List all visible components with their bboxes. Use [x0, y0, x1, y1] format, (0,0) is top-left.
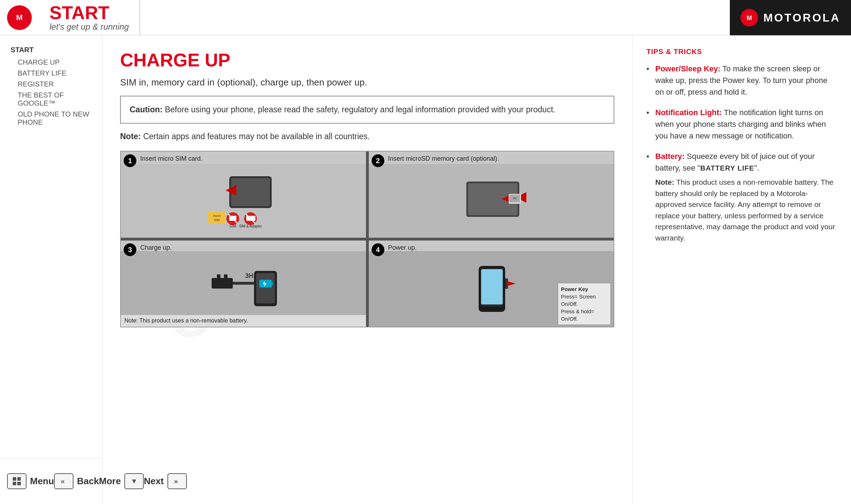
note-label: Note:: [120, 132, 141, 141]
caution-box: Caution: Before using your phone, please…: [120, 96, 614, 124]
page-title: CHARGE UP: [120, 49, 614, 71]
motorola-brand-name: MOTOROLA: [763, 11, 840, 24]
more-label: More: [99, 476, 121, 487]
diagram-grid: 1 Insert micro SIM card. micro: [120, 151, 614, 327]
diagram-step-3: 3 Charge up.: [121, 241, 366, 327]
svg-rect-25: [212, 278, 233, 289]
menu-label: Menu: [30, 476, 54, 487]
diagram-step-2: 2 Insert microSD memory card (optional).: [369, 152, 614, 238]
step-3-caption: Note: This product uses a non-removable …: [121, 315, 366, 327]
battery-life-ref: BATTERY LIFE: [700, 164, 754, 172]
svg-rect-12: [229, 216, 236, 221]
step-number-3: 3: [124, 243, 136, 256]
step-label-2: Insert microSD memory card (optional).: [388, 155, 499, 162]
menu-icon: [7, 473, 26, 489]
note-text: Note: Certain apps and features may not …: [120, 131, 614, 142]
svg-rect-7: [208, 212, 226, 224]
page-intro: SIM in, memory card in (optional), charg…: [120, 76, 614, 89]
next-label: Next: [144, 476, 164, 487]
svg-text:SIM: SIM: [214, 218, 220, 222]
header-subtitle: let's get up & running: [49, 22, 129, 32]
power-key-info: Power Key Press= Screen On/Off.Press & h…: [558, 283, 611, 325]
tip-battery-note: Note: This product uses a non-removable …: [655, 177, 837, 243]
svg-text:micro: micro: [213, 214, 221, 218]
step-number-2: 2: [372, 154, 384, 167]
svg-text:3H: 3H: [245, 272, 253, 279]
tip-key-power: Power/Sleep Key:: [655, 64, 721, 73]
sidebar-item-register[interactable]: REGISTER: [11, 79, 95, 90]
next-icon: »: [167, 473, 187, 489]
motorola-logo-left: M: [7, 5, 32, 30]
svg-text:M: M: [746, 14, 752, 22]
diagram-step-4: 4 Power up.: [369, 241, 614, 327]
note-content: Certain apps and features may not be ava…: [143, 132, 370, 141]
step-label-4: Power up.: [388, 244, 417, 251]
svg-rect-29: [256, 273, 275, 303]
header-motorola-brand: M MOTOROLA: [730, 0, 851, 35]
more-icon: ▼: [124, 473, 144, 489]
header-logo-section: M START let's get up & running: [0, 0, 140, 35]
svg-rect-5: [231, 178, 270, 206]
tips-title: TIPS & TRICKS: [646, 48, 837, 56]
main-layout: START CHARGE UP BATTERY LIFE REGISTER TH…: [0, 35, 851, 504]
tip-key-notification: Notification Light:: [655, 108, 722, 117]
caution-label: Caution:: [130, 105, 162, 114]
tip-text-battery-part2: ".: [754, 164, 759, 172]
bottom-nav: Menu « Back More ▼ Next »: [0, 458, 102, 504]
sidebar: START CHARGE UP BATTERY LIFE REGISTER TH…: [0, 35, 102, 504]
svg-text:SIM & Adapter: SIM & Adapter: [239, 224, 262, 228]
sidebar-item-best-google[interactable]: THE BEST OF GOOGLE™: [11, 90, 95, 109]
tip-item-power: Power/Sleep Key: To make the screen slee…: [646, 63, 837, 98]
step-number-4: 4: [372, 243, 384, 256]
tip-item-notification: Notification Light: The notification lig…: [646, 107, 837, 142]
power-key-detail: Press= Screen On/Off.Press & hold= On/Of…: [561, 293, 608, 322]
tip-battery-note-label: Note:: [655, 178, 674, 186]
tip-item-battery: Battery: Squeeze every bit of juice out …: [646, 150, 837, 243]
svg-rect-36: [481, 269, 503, 304]
back-button[interactable]: « Back: [54, 473, 99, 489]
next-button[interactable]: Next »: [144, 473, 187, 489]
sidebar-section-title: START: [11, 46, 95, 54]
svg-rect-27: [224, 274, 227, 279]
tip-battery-note-text: This product uses a non-removable batter…: [655, 178, 835, 242]
caution-text: Before using your phone, please read the…: [165, 105, 556, 114]
svg-rect-31: [272, 282, 273, 285]
diagram-step-1: 1 Insert micro SIM card. micro: [121, 152, 366, 238]
content-main: CHARGE UP SIM in, memory card in (option…: [120, 49, 614, 327]
sidebar-item-old-phone[interactable]: OLD PHONE TO NEW PHONE: [11, 109, 95, 128]
header: M START let's get up & running M MOTOROL…: [0, 0, 851, 35]
sidebar-item-charge-up[interactable]: CHARGE UP: [11, 57, 95, 68]
step-label-1: Insert micro SIM card.: [140, 155, 202, 162]
motorola-brand-logo-icon: M: [740, 9, 758, 26]
more-button[interactable]: More ▼: [99, 473, 144, 489]
right-panel: TIPS & TRICKS Power/Sleep Key: To make t…: [632, 35, 851, 504]
step-number-1: 1: [124, 154, 136, 167]
sidebar-item-battery-life[interactable]: BATTERY LIFE: [11, 68, 95, 79]
svg-rect-26: [217, 274, 220, 279]
power-key-title: Power Key: [561, 285, 608, 293]
svg-rect-15: [246, 216, 255, 221]
step-label-3: Charge up.: [140, 244, 172, 251]
menu-button[interactable]: Menu: [7, 473, 54, 489]
header-title: START: [49, 4, 129, 22]
svg-text:SD: SD: [513, 197, 517, 200]
back-icon: «: [54, 473, 73, 489]
back-label: Back: [77, 476, 99, 487]
header-title-section: START let's get up & running: [39, 4, 129, 32]
content-area: CONTROLLED CHARGE UP SIM in, memory card…: [102, 35, 632, 504]
svg-text:M: M: [16, 13, 23, 22]
tip-key-battery: Battery:: [655, 152, 685, 161]
svg-marker-38: [507, 281, 516, 286]
svg-text:SIM: SIM: [229, 224, 236, 228]
